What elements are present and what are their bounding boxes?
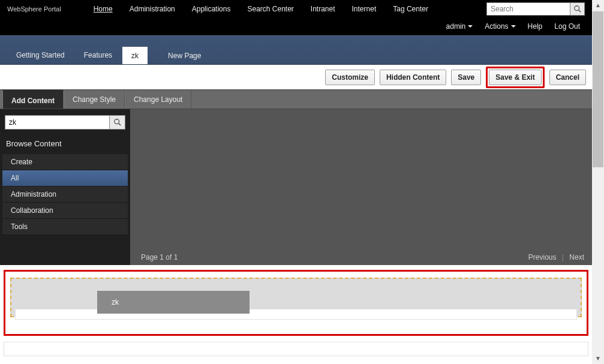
scroll-up-icon[interactable]: ▲ [592,0,604,11]
drop-zone-highlight: zk [4,270,588,336]
editor-tab-change-style[interactable]: Change Style [64,90,125,109]
chevron-down-icon [468,25,473,28]
sidebar-item-collaboration[interactable]: Collaboration [2,203,128,219]
tab-getting-started[interactable]: Getting Started [7,46,74,64]
search-input[interactable] [486,2,570,16]
drag-portlet-zk[interactable]: zk [97,291,250,314]
cancel-button[interactable]: Cancel [549,70,586,85]
drag-portlet-label: zk [112,298,119,306]
content-canvas[interactable]: Page 1 of 1 Previous | Next [130,109,592,265]
brand-label: WebSphere Portal [7,5,85,13]
new-page-link[interactable]: New Page [160,47,209,64]
customize-button[interactable]: Customize [325,70,375,85]
nav-applications[interactable]: Applications [184,5,239,13]
tab-zk[interactable]: zk [122,47,148,64]
svg-line-1 [578,10,581,13]
actions-menu[interactable]: Actions [480,22,520,31]
empty-layout-row[interactable] [4,342,588,356]
action-bar: Customize Hidden Content Save Save & Exi… [0,65,592,90]
chevron-down-icon [511,25,516,28]
user-menu[interactable]: admin [441,22,478,31]
pager-status: Page 1 of 1 [141,253,178,261]
nav-internet[interactable]: Internet [344,5,385,13]
editor-tab-row: Add Content Change Style Change Layout [0,90,592,109]
hidden-content-button[interactable]: Hidden Content [380,70,446,85]
pager-previous[interactable]: Previous [527,253,558,261]
window-scrollbar[interactable]: ▲ ▼ [592,0,604,364]
sidebar: Browse Content Create All Administration… [0,109,130,265]
search-icon [113,118,122,127]
help-link[interactable]: Help [523,22,548,31]
svg-point-2 [114,119,119,124]
nav-home[interactable]: Home [85,5,121,13]
logout-link[interactable]: Log Out [549,22,585,31]
sidebar-item-all[interactable]: All [2,170,128,186]
sidebar-item-tools[interactable]: Tools [2,219,128,235]
sidebar-search-button[interactable] [110,115,125,130]
svg-point-0 [574,6,579,11]
page-tabs: Getting Started Features zk New Page [0,35,592,65]
save-exit-button[interactable]: Save & Exit [489,70,541,85]
sidebar-list: Create All Administration Collaboration … [2,154,128,235]
nav-search-center[interactable]: Search Center [239,5,302,13]
search-button[interactable] [570,2,585,16]
save-button[interactable]: Save [451,70,481,85]
editor-tab-add-content[interactable]: Add Content [2,90,64,109]
sidebar-search-input[interactable] [5,115,110,130]
sidebar-item-administration[interactable]: Administration [2,186,128,203]
nav-tag-center[interactable]: Tag Center [384,5,437,13]
layout-zone: zk [0,265,592,361]
scroll-down-icon[interactable]: ▼ [592,353,604,364]
search-icon [573,5,582,13]
sidebar-heading: Browse Content [2,137,128,154]
sidebar-item-create[interactable]: Create [2,154,128,170]
top-nav: Home Administration Applications Search … [85,5,437,13]
save-exit-highlight: Save & Exit [486,67,544,88]
scroll-thumb[interactable] [593,11,603,167]
global-search [486,2,585,16]
svg-line-3 [118,124,121,126]
tab-features[interactable]: Features [75,46,121,64]
pager-controls: Previous | Next [527,253,586,261]
nav-intranet[interactable]: Intranet [302,5,344,13]
editor-tab-change-layout[interactable]: Change Layout [125,90,191,109]
pager-next[interactable]: Next [567,253,586,261]
pager-separator: | [560,253,566,261]
top-bar: WebSphere Portal Home Administration App… [0,0,592,35]
drop-zone[interactable] [10,278,582,317]
nav-administration[interactable]: Administration [121,5,184,13]
